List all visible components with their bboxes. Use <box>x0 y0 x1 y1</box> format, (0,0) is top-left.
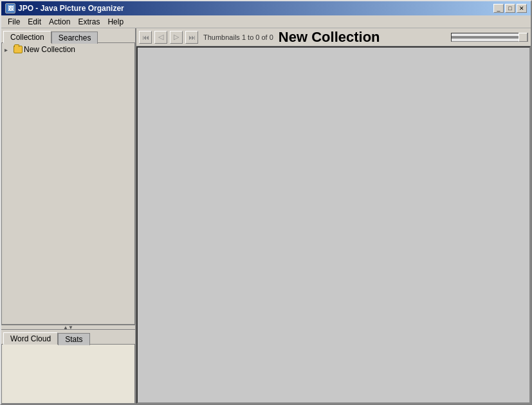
thumbnail-count: Thumbnails 1 to 0 of 0 <box>201 33 276 41</box>
title-bar: 🖼 JPO - Java Picture Organizer _ □ ✕ <box>1 1 531 15</box>
thumbnail-content <box>136 46 531 404</box>
expand-icon: ▸ <box>5 46 12 53</box>
nav-last-button[interactable]: ⏭ <box>185 31 198 44</box>
top-tab-bar: Collection Searches <box>1 28 135 42</box>
slider-container <box>451 33 528 42</box>
menu-file[interactable]: File <box>4 17 24 27</box>
bottom-tab-bar: Word Cloud Stats <box>1 330 135 344</box>
thumbnail-toolbar: ⏮ ◁ ▷ ⏭ Thumbnails 1 to 0 of 0 New Colle… <box>136 28 531 46</box>
main-window: 🖼 JPO - Java Picture Organizer _ □ ✕ Fil… <box>0 0 532 405</box>
maximize-button[interactable]: □ <box>505 4 515 13</box>
thumbnail-title: New Collection <box>279 29 448 46</box>
wordcloud-content <box>1 344 135 404</box>
collection-label: New Collection <box>24 45 75 54</box>
folder-icon <box>14 46 23 53</box>
app-icon: 🖼 <box>5 3 15 14</box>
menu-edit[interactable]: Edit <box>24 17 45 27</box>
window-title: JPO - Java Picture Organizer <box>18 4 124 13</box>
bottom-left-panel: Word Cloud Stats <box>1 330 135 404</box>
nav-next-button[interactable]: ▷ <box>170 31 183 44</box>
list-item[interactable]: ▸ New Collection <box>3 44 133 55</box>
title-bar-left: 🖼 JPO - Java Picture Organizer <box>5 3 124 14</box>
menu-bar: File Edit Action Extras Help <box>1 15 531 28</box>
title-bar-buttons: _ □ ✕ <box>493 4 527 13</box>
nav-first-button[interactable]: ⏮ <box>139 31 152 44</box>
left-panel: Collection Searches ▸ New Collection ▲▼ … <box>1 28 136 404</box>
slider-track <box>452 36 527 39</box>
collection-tree: ▸ New Collection <box>1 42 135 325</box>
resize-handle[interactable]: ▲▼ <box>1 325 135 330</box>
nav-prev-button[interactable]: ◁ <box>154 31 167 44</box>
menu-help[interactable]: Help <box>104 17 127 27</box>
close-button[interactable]: ✕ <box>517 4 527 13</box>
slider-thumb[interactable] <box>518 33 527 42</box>
menu-extras[interactable]: Extras <box>74 17 104 27</box>
minimize-button[interactable]: _ <box>493 4 504 13</box>
main-content: Collection Searches ▸ New Collection ▲▼ … <box>1 28 531 404</box>
tab-stats[interactable]: Stats <box>58 333 89 345</box>
menu-action[interactable]: Action <box>45 17 74 27</box>
tab-searches[interactable]: Searches <box>51 32 98 44</box>
tab-collection[interactable]: Collection <box>3 31 51 43</box>
right-panel: ⏮ ◁ ▷ ⏭ Thumbnails 1 to 0 of 0 New Colle… <box>136 28 531 404</box>
thumbnail-slider[interactable] <box>451 33 528 42</box>
tab-wordcloud[interactable]: Word Cloud <box>3 332 58 345</box>
